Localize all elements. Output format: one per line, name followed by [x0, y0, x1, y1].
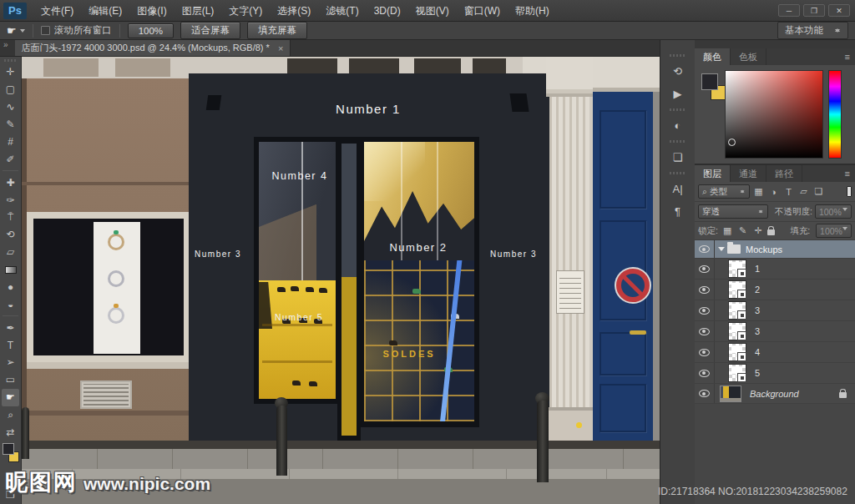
menu-layer[interactable]: 图层(L): [175, 0, 222, 22]
layer-thumbnail[interactable]: [728, 343, 746, 361]
layer-thumbnail[interactable]: [728, 301, 746, 320]
color-cursor[interactable]: [728, 139, 736, 146]
workspace-selector[interactable]: 基本功能: [777, 22, 848, 39]
tab-paths[interactable]: 路径: [766, 165, 802, 182]
eraser-tool[interactable]: ▱: [0, 244, 21, 261]
lock-position-icon[interactable]: ✛: [752, 225, 765, 236]
maximize-button[interactable]: ❐: [803, 4, 825, 17]
adjustments-panel-icon[interactable]: ◐: [665, 115, 691, 136]
spot-healing-tool[interactable]: ✚: [0, 174, 21, 191]
layer-thumbnail[interactable]: [728, 364, 746, 382]
tab-channels[interactable]: 通道: [731, 165, 766, 182]
eye-icon[interactable]: [699, 265, 710, 273]
filter-shape-icon[interactable]: ▱: [797, 186, 810, 197]
character-panel-icon[interactable]: A|: [665, 179, 691, 199]
tool-preset-caret-icon[interactable]: [20, 29, 25, 35]
clone-stamp-tool[interactable]: ⍑: [0, 209, 21, 226]
hue-slider[interactable]: [828, 70, 842, 159]
background-layer-thumbnail[interactable]: [720, 386, 741, 402]
background-layer-row[interactable]: Background: [695, 384, 855, 404]
layer-group-row[interactable]: Mockups: [695, 240, 855, 259]
tab-swatches[interactable]: 色板: [731, 48, 766, 65]
filter-toggle[interactable]: [847, 186, 852, 197]
filter-adjustment-icon[interactable]: ◑: [767, 187, 780, 197]
fill-screen-button[interactable]: 填充屏幕: [247, 22, 307, 39]
minimize-button[interactable]: ─: [778, 4, 800, 17]
tab-close-icon[interactable]: ×: [278, 43, 283, 53]
brush-tool[interactable]: ✑: [0, 191, 21, 209]
filter-pixel-icon[interactable]: ▦: [752, 186, 765, 197]
eye-icon[interactable]: [699, 307, 710, 315]
filter-kind-dropdown[interactable]: ⌕ 类型: [698, 184, 750, 199]
filter-smart-object-icon[interactable]: ❏: [812, 186, 825, 197]
foreground-color-swatch[interactable]: [701, 73, 718, 90]
move-tool[interactable]: ✛: [0, 63, 21, 81]
menu-select[interactable]: 选择(S): [270, 0, 318, 22]
visibility-cell[interactable]: [695, 321, 715, 341]
fill-dropdown[interactable]: 100%: [816, 224, 852, 238]
menu-3d[interactable]: 3D(D): [367, 0, 408, 22]
actual-pixels-button[interactable]: 100%: [128, 23, 174, 38]
layer-row[interactable]: 3: [695, 321, 855, 342]
layer-thumbnail[interactable]: [728, 322, 746, 340]
history-brush-tool[interactable]: ⟲: [0, 226, 21, 244]
opacity-dropdown[interactable]: 100%: [815, 204, 852, 219]
layer-row[interactable]: 2: [695, 280, 855, 300]
document-tab[interactable]: 店面门头-1972 4000 3000.psd @ 24.4% (Mockups…: [15, 40, 291, 56]
menu-file[interactable]: 文件(F): [33, 0, 81, 22]
eyedropper-tool[interactable]: ✐: [0, 150, 21, 168]
actions-panel-icon[interactable]: ▶: [665, 83, 691, 104]
eye-icon[interactable]: [699, 390, 710, 397]
eye-icon[interactable]: [699, 349, 710, 356]
menu-view[interactable]: 视图(V): [408, 0, 457, 22]
lock-transparent-icon[interactable]: ▦: [721, 225, 734, 236]
panel-menu-icon[interactable]: ≡: [840, 48, 855, 65]
canvas[interactable]: Number 1 Number 4 Number 3 Number 2 Numb…: [22, 57, 660, 504]
eye-icon[interactable]: [699, 328, 710, 335]
gradient-tool[interactable]: [0, 261, 21, 279]
visibility-cell[interactable]: [695, 363, 715, 383]
eye-icon[interactable]: [699, 370, 710, 377]
styles-panel-icon[interactable]: ❏: [665, 147, 691, 168]
eye-icon[interactable]: [699, 245, 710, 253]
layer-row[interactable]: 5: [695, 363, 855, 384]
menu-filter[interactable]: 滤镜(T): [318, 0, 366, 22]
group-expand-icon[interactable]: [718, 247, 725, 255]
lasso-tool[interactable]: ∿: [0, 98, 21, 116]
paragraph-panel-icon[interactable]: ¶: [665, 201, 691, 222]
layer-thumbnail[interactable]: [728, 280, 746, 299]
visibility-cell[interactable]: [695, 280, 715, 300]
foreground-background-swatches[interactable]: [0, 441, 21, 469]
scroll-all-windows-checkbox[interactable]: [41, 26, 50, 35]
fit-screen-button[interactable]: 适合屏幕: [180, 22, 240, 39]
visibility-cell[interactable]: [695, 342, 715, 362]
dock-grip[interactable]: [670, 108, 686, 111]
path-selection-tool[interactable]: ➢: [0, 354, 21, 371]
menu-edit[interactable]: 编辑(E): [81, 0, 129, 22]
dock-grip[interactable]: [670, 54, 686, 57]
menu-help[interactable]: 帮助(H): [508, 0, 557, 22]
lock-all-icon[interactable]: [767, 229, 775, 235]
eye-icon[interactable]: [699, 286, 710, 294]
blend-mode-dropdown[interactable]: 穿透: [698, 204, 768, 219]
shape-tool[interactable]: ▭: [0, 371, 21, 389]
foreground-color-swatch[interactable]: [3, 443, 14, 455]
marquee-tool[interactable]: ▢: [0, 81, 21, 98]
menu-window[interactable]: 窗口(W): [457, 0, 508, 22]
dodge-tool[interactable]: ◒: [0, 295, 21, 313]
visibility-cell[interactable]: [695, 259, 715, 279]
pen-tool[interactable]: ✒: [0, 319, 21, 336]
swap-colors-button[interactable]: ⇄: [0, 423, 21, 441]
tab-collapse-icon[interactable]: »: [0, 40, 12, 56]
tab-layers[interactable]: 图层: [695, 165, 731, 182]
filter-type-icon[interactable]: T: [782, 187, 795, 197]
tab-color[interactable]: 颜色: [695, 48, 731, 65]
crop-tool[interactable]: #: [0, 133, 21, 150]
dock-grip[interactable]: [670, 140, 686, 143]
menu-type[interactable]: 文字(Y): [221, 0, 270, 22]
type-tool[interactable]: T: [0, 336, 21, 354]
lock-paint-icon[interactable]: ✎: [736, 225, 749, 236]
zoom-tool[interactable]: ⌕: [0, 406, 21, 424]
close-button[interactable]: ✕: [828, 4, 850, 17]
history-panel-icon[interactable]: ⟲: [665, 61, 691, 82]
